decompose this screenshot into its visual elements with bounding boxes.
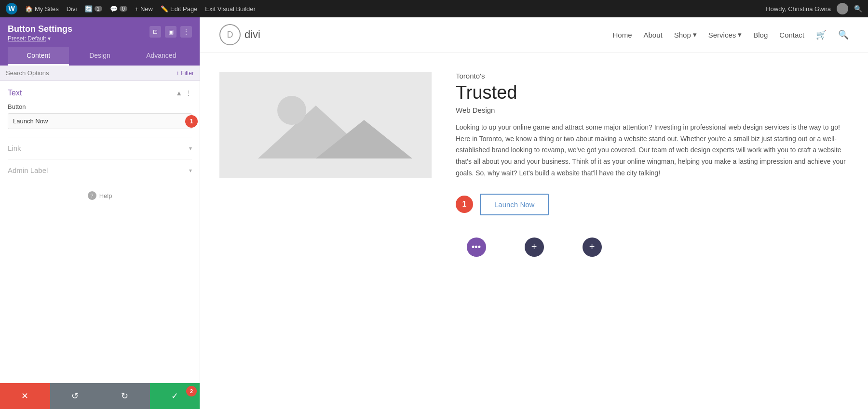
cart-icon[interactable]: 🛒 [816, 29, 827, 40]
button-field-group: Button 1 [8, 103, 192, 129]
logo-text: divi [244, 28, 260, 41]
search-input[interactable] [6, 69, 176, 77]
section-options-button[interactable]: ••• [467, 237, 486, 257]
site-header: D divi Home About Shop ▾ Services ▾ Blog… [200, 17, 868, 53]
services-dropdown-icon: ▾ [738, 30, 742, 39]
admin-label-section-title: Admin Label [8, 166, 48, 174]
content-subtitle: Toronto's [456, 72, 849, 80]
right-content: D divi Home About Shop ▾ Services ▾ Blog… [200, 17, 868, 409]
content-row: Toronto's Trusted Web Design Looking to … [219, 72, 849, 215]
redo-button[interactable]: ↻ [100, 383, 150, 409]
help-icon: ? [88, 191, 96, 200]
preset-label: Preset: Default ▾ [8, 35, 72, 42]
content-sub-title: Web Design [456, 106, 849, 114]
help-button[interactable]: ? Help [88, 191, 112, 200]
speech-bubble-link[interactable]: 💬 0 [110, 5, 127, 13]
link-section-title: Link [8, 144, 21, 152]
content-body-text: Looking to up your online game and attra… [456, 122, 849, 179]
filter-button[interactable]: + Filter [176, 70, 194, 77]
edit-page-link[interactable]: ✏️ Edit Page [161, 5, 197, 13]
text-section-more-btn[interactable]: ⋮ [185, 89, 192, 97]
nav-services[interactable]: Services ▾ [708, 30, 742, 39]
builder-bottom-row: ••• + + [219, 230, 849, 264]
wp-logo-icon[interactable]: W [6, 3, 17, 14]
cancel-button[interactable]: ✕ [0, 383, 50, 409]
link-section: Link ▾ [8, 137, 192, 159]
howdy-text: Howdy, Christina Gwira [766, 5, 831, 13]
tab-content[interactable]: Content [8, 47, 69, 66]
text-content: Toronto's Trusted Web Design Looking to … [456, 72, 849, 215]
add-column-button-1[interactable]: + [525, 237, 544, 257]
my-sites-link[interactable]: 🏠 My Sites [25, 5, 59, 13]
add-column-button-2[interactable]: + [583, 237, 602, 257]
admin-label-section-header[interactable]: Admin Label ▾ [8, 166, 192, 174]
search-bar: + Filter [0, 66, 200, 81]
content-main-title: Trusted [456, 83, 849, 103]
text-section-title: Text [8, 89, 22, 97]
shop-dropdown-icon: ▾ [693, 30, 697, 39]
site-logo: D divi [219, 24, 260, 45]
admin-label-section: Admin Label ▾ [8, 159, 192, 181]
page-content: Toronto's Trusted Web Design Looking to … [200, 53, 868, 409]
exit-builder-link[interactable]: Exit Visual Builder [205, 5, 256, 13]
launch-now-button[interactable]: Launch Now [480, 194, 549, 215]
button-text-input[interactable] [8, 113, 192, 129]
link-chevron-icon: ▾ [189, 145, 192, 152]
nav-shop[interactable]: Shop ▾ [674, 30, 697, 39]
save-button[interactable]: ✓ 2 [150, 383, 200, 409]
bottom-bar: ✕ ↺ ↻ ✓ 2 [0, 383, 200, 409]
main-layout: Button Settings Preset: Default ▾ ⊡ ▣ ⋮ … [0, 17, 868, 409]
nav-home[interactable]: Home [612, 31, 632, 39]
site-nav: Home About Shop ▾ Services ▾ Blog Contac… [612, 29, 849, 40]
logo-circle: D [219, 24, 241, 45]
panel-header: Button Settings Preset: Default ▾ ⊡ ▣ ⋮ … [0, 17, 200, 66]
button-wrapper: 1 Launch Now [456, 194, 849, 215]
left-panel: Button Settings Preset: Default ▾ ⊡ ▣ ⋮ … [0, 17, 200, 409]
link-section-header[interactable]: Link ▾ [8, 144, 192, 152]
nav-contact[interactable]: Contact [779, 31, 804, 39]
featured-image [219, 72, 432, 178]
panel-layout-icon[interactable]: ▣ [165, 26, 176, 38]
panel-title: Button Settings [8, 24, 72, 34]
panel-content: Text ▲ ⋮ Button 1 Link ▾ [0, 81, 200, 383]
save-badge: 2 [186, 386, 197, 396]
button-input-wrapper: 1 [8, 113, 192, 129]
button-badge: 1 [185, 115, 198, 128]
tab-advanced[interactable]: Advanced [131, 47, 192, 66]
text-section-collapse-btn[interactable]: ▲ [176, 89, 182, 97]
help-section: ? Help [8, 181, 192, 205]
admin-label-chevron-icon: ▾ [189, 167, 192, 174]
panel-resize-icon[interactable]: ⊡ [149, 26, 161, 38]
new-item-link[interactable]: + New [135, 5, 153, 13]
undo-button[interactable]: ↺ [50, 383, 100, 409]
panel-more-icon[interactable]: ⋮ [180, 26, 192, 38]
nav-about[interactable]: About [643, 31, 662, 39]
wp-admin-bar: W 🏠 My Sites Divi 🔄 1 💬 0 + New ✏️ Edit … [0, 0, 868, 17]
button-marker-badge: 1 [456, 196, 473, 213]
user-avatar[interactable] [837, 3, 848, 14]
divi-link[interactable]: Divi [67, 5, 77, 13]
nav-blog[interactable]: Blog [753, 31, 768, 39]
site-search-icon[interactable]: 🔍 [838, 29, 849, 40]
comments-link[interactable]: 🔄 1 [85, 5, 102, 13]
button-field-label: Button [8, 103, 192, 110]
admin-search-icon[interactable]: 🔍 [854, 5, 862, 13]
tab-design[interactable]: Design [69, 47, 130, 66]
help-label: Help [99, 192, 112, 199]
text-section-header: Text ▲ ⋮ [8, 89, 192, 97]
svg-point-3 [277, 96, 306, 125]
